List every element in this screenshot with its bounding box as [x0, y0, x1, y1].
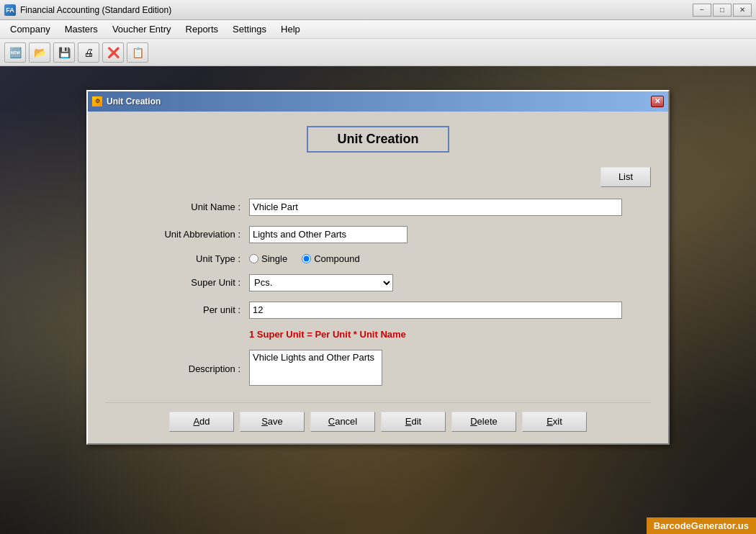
formula-row: 1 Super Unit = Per Unit * Unit Name	[134, 329, 622, 340]
save-underline: S	[261, 416, 268, 427]
action-buttons-row: Add Save Cancel Edit Delete Exit	[105, 402, 651, 432]
delete-label-rest: elete	[477, 416, 498, 427]
radio-single[interactable]: Single	[249, 253, 287, 264]
description-container	[249, 350, 622, 388]
dialog-icon: ⚙	[92, 96, 102, 107]
watermark: BarcodeGenerator.us	[647, 517, 756, 534]
cancel-underline: C	[328, 416, 335, 427]
unit-abbr-row: Unit Abbreviation :	[134, 226, 622, 243]
cancel-button[interactable]: Cancel	[310, 412, 375, 432]
edit-button[interactable]: Edit	[381, 412, 446, 432]
per-unit-row: Per unit :	[134, 302, 622, 319]
cancel-label-rest: ancel	[335, 416, 357, 427]
delete-button[interactable]: Delete	[451, 412, 516, 432]
per-unit-label: Per unit :	[134, 304, 249, 315]
per-unit-input[interactable]	[249, 302, 622, 319]
formula-text: 1 Super Unit = Per Unit * Unit Name	[249, 329, 406, 340]
unit-name-input[interactable]	[249, 199, 622, 216]
unit-name-label: Unit Name :	[134, 202, 249, 212]
radio-compound-label: Compound	[314, 253, 360, 264]
super-unit-label: Super Unit :	[134, 277, 249, 288]
save-button[interactable]: Save	[240, 412, 305, 432]
exit-label-rest: xit	[553, 416, 562, 427]
modal-overlay: ⚙ Unit Creation ✕ Unit Creation List Uni…	[0, 0, 756, 534]
dialog-inner-title-text: Unit Creation	[337, 132, 418, 146]
unit-name-row: Unit Name :	[134, 199, 622, 216]
radio-single-input[interactable]	[249, 254, 258, 263]
list-button-container: List	[105, 167, 651, 187]
unit-type-radio-group: Single Compound	[249, 253, 360, 264]
form-area: Unit Name : Unit Abbreviation : Unit Typ…	[105, 199, 651, 388]
description-label: Description :	[134, 363, 249, 374]
dialog-close-button[interactable]: ✕	[651, 96, 664, 107]
delete-underline: D	[470, 416, 477, 427]
unit-type-label: Unit Type :	[134, 253, 249, 264]
dialog-body: Unit Creation List Unit Name : Unit Abbr…	[88, 112, 668, 443]
unit-type-row: Unit Type : Single Compound	[134, 253, 622, 264]
exit-button[interactable]: Exit	[522, 412, 587, 432]
add-button[interactable]: Add	[169, 412, 234, 432]
dialog-title: Unit Creation	[107, 96, 647, 107]
radio-compound-input[interactable]	[302, 254, 311, 263]
description-textarea[interactable]	[249, 350, 382, 386]
dialog-inner-title-container: Unit Creation	[105, 126, 651, 153]
super-unit-select[interactable]: Pcs. Nos. Kg. Ltr. Mtr.	[249, 274, 393, 291]
add-label-rest: dd	[199, 416, 210, 427]
exit-underline: E	[546, 416, 553, 427]
dialog-title-bar: ⚙ Unit Creation ✕	[88, 91, 668, 112]
save-label-rest: ave	[268, 416, 283, 427]
edit-label-rest: dit	[411, 416, 421, 427]
add-underline: A	[193, 416, 199, 427]
description-row: Description :	[134, 350, 622, 388]
radio-compound[interactable]: Compound	[302, 253, 360, 264]
dialog-inner-title-box: Unit Creation	[307, 126, 449, 153]
unit-abbr-input[interactable]	[249, 226, 408, 243]
unit-creation-dialog: ⚙ Unit Creation ✕ Unit Creation List Uni…	[86, 90, 670, 445]
radio-single-label: Single	[261, 253, 287, 264]
list-button[interactable]: List	[600, 167, 651, 187]
unit-abbr-label: Unit Abbreviation :	[134, 229, 249, 240]
super-unit-row: Super Unit : Pcs. Nos. Kg. Ltr. Mtr.	[134, 274, 622, 291]
